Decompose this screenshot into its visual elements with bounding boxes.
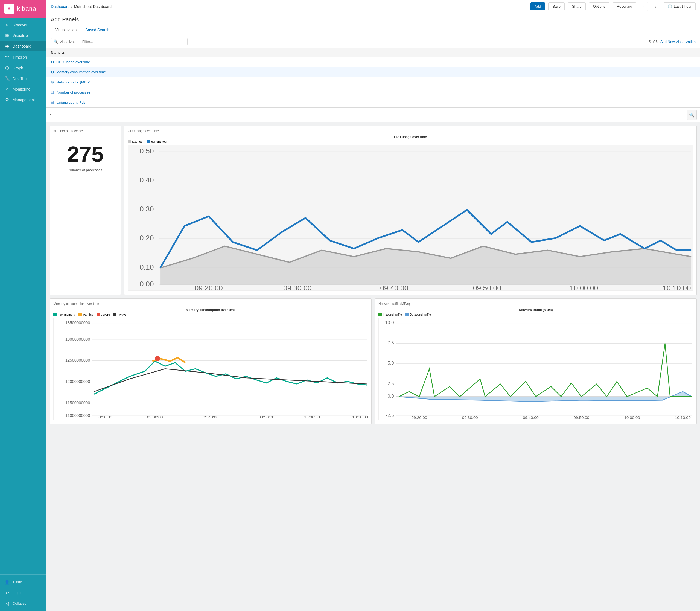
main-content: Dashboard / Metricbeat Dashboard Add Sav… <box>46 0 700 611</box>
svg-text:0.40: 0.40 <box>140 176 154 184</box>
svg-text:0.0: 0.0 <box>387 393 394 399</box>
memory-legend: max memory warning severe mvavg <box>53 313 368 316</box>
svg-text:09:20:00: 09:20:00 <box>96 415 112 419</box>
svg-point-30 <box>155 356 160 361</box>
network-legend-outbound: Outbound traffic <box>405 313 431 316</box>
svg-text:-2.5: -2.5 <box>386 413 394 418</box>
network-legend: Inbound traffic Outbound traffic <box>378 313 693 316</box>
cpu-legend-label-last: last hour <box>132 140 143 143</box>
cpu-chart-title: CPU usage over time <box>128 135 693 139</box>
svg-text:09:40:00: 09:40:00 <box>380 284 408 292</box>
discover-icon: ○ <box>4 23 10 27</box>
network-legend-inbound: Inbound traffic <box>378 313 402 316</box>
add-new-viz-link[interactable]: Add New Visualization <box>660 40 696 44</box>
breadcrumb-separator: / <box>71 4 73 9</box>
options-button[interactable]: Options <box>589 2 609 10</box>
sidebar-item-monitoring[interactable]: ○ Monitoring <box>0 84 46 94</box>
panel-title-cpu: CPU usage over time <box>128 129 693 133</box>
svg-text:13000000000: 13000000000 <box>65 337 90 341</box>
prev-button[interactable]: ‹ <box>640 2 648 11</box>
svg-text:11500000000: 11500000000 <box>65 401 90 405</box>
memory-legend-mvavg: mvavg <box>113 313 126 316</box>
sidebar-item-dashboard[interactable]: ◉ Dashboard <box>0 41 46 51</box>
viz-item-network[interactable]: ⊙ Network traffic (MB/s) <box>46 77 700 87</box>
breadcrumb: Dashboard / Metricbeat Dashboard <box>51 4 527 9</box>
viz-type-icon-pids: ▦ <box>51 100 55 104</box>
search-input[interactable] <box>50 113 685 117</box>
viz-search-input[interactable] <box>60 40 185 44</box>
sidebar-item-timelion[interactable]: 〜 Timelion <box>0 51 46 63</box>
panel-tabs: Visualization Saved Search <box>46 25 700 35</box>
svg-text:5.0: 5.0 <box>387 361 394 366</box>
sidebar-item-graph[interactable]: ⬡ Graph <box>0 63 46 73</box>
viz-type-icon-memory: ⊙ <box>51 70 54 74</box>
visualize-icon: ▦ <box>4 33 10 38</box>
svg-text:0.50: 0.50 <box>140 147 154 155</box>
cpu-legend-current-hour: current hour <box>147 140 167 143</box>
management-icon: ⚙ <box>4 97 10 102</box>
next-button[interactable]: › <box>652 2 660 11</box>
viz-filter-row: 🔍 5 of 5 Add New Visualization <box>46 35 700 48</box>
tab-visualization[interactable]: Visualization <box>51 25 81 35</box>
sidebar-label-monitoring: Monitoring <box>13 87 30 91</box>
svg-text:0.10: 0.10 <box>140 263 154 271</box>
svg-text:12500000000: 12500000000 <box>65 358 90 363</box>
breadcrumb-current: Metricbeat Dashboard <box>74 4 111 9</box>
sidebar-nav: ○ Discover ▦ Visualize ◉ Dashboard 〜 Tim… <box>0 17 46 575</box>
add-button[interactable]: Add <box>531 2 545 10</box>
memory-label-severe: severe <box>101 313 110 316</box>
memory-legend-severe: severe <box>96 313 110 316</box>
breadcrumb-dashboard-link[interactable]: Dashboard <box>51 4 70 9</box>
sidebar-item-devtools[interactable]: 🔧 Dev Tools <box>0 73 46 84</box>
svg-text:7.5: 7.5 <box>387 341 394 346</box>
svg-text:09:50:00: 09:50:00 <box>574 415 589 420</box>
viz-item-processes[interactable]: ▦ Number of processes <box>46 87 700 98</box>
dashboard-content: Number of processes 275 Number of proces… <box>46 122 700 611</box>
monitoring-icon: ○ <box>4 87 10 92</box>
share-button[interactable]: Share <box>568 2 586 10</box>
add-panels-section: Add Panels Visualization Saved Search 🔍 … <box>46 13 700 108</box>
reporting-button[interactable]: Reporting <box>613 2 636 10</box>
viz-label-processes: Number of processes <box>57 90 91 94</box>
panel-number-of-processes: Number of processes 275 Number of proces… <box>50 125 121 295</box>
svg-text:09:50:00: 09:50:00 <box>473 284 501 292</box>
viz-item-pids[interactable]: ▦ Unique count Pids <box>46 98 700 107</box>
sidebar-item-collapse[interactable]: ◁ Collapse <box>0 598 46 609</box>
sidebar-item-user[interactable]: 👤 elastic <box>0 577 46 587</box>
save-button[interactable]: Save <box>548 2 565 10</box>
svg-text:10:00:00: 10:00:00 <box>304 415 320 419</box>
add-panels-title: Add Panels <box>46 13 700 23</box>
viz-item-memory[interactable]: ⊙ Memory consumption over time <box>46 67 700 77</box>
network-color-outbound <box>405 313 409 316</box>
svg-text:09:20:00: 09:20:00 <box>194 284 223 292</box>
time-picker-button[interactable]: 🕐 Last 1 hour <box>664 2 696 10</box>
svg-text:0.30: 0.30 <box>140 205 154 213</box>
viz-label-memory: Memory consumption over time <box>56 70 106 74</box>
svg-text:10.0: 10.0 <box>385 320 394 325</box>
panel-title-processes: Number of processes <box>53 129 117 133</box>
svg-text:13500000000: 13500000000 <box>65 321 90 325</box>
sidebar-logo: K kibana <box>0 0 46 17</box>
sidebar-item-visualize[interactable]: ▦ Visualize <box>0 30 46 41</box>
time-label: Last 1 hour <box>674 4 691 9</box>
memory-color-warning <box>78 313 82 316</box>
logout-icon: ↩ <box>4 590 10 595</box>
svg-text:10:10:00: 10:10:00 <box>675 415 691 420</box>
svg-text:09:40:00: 09:40:00 <box>523 415 539 420</box>
sidebar-item-management[interactable]: ⚙ Management <box>0 94 46 105</box>
collapse-icon: ◁ <box>4 601 10 606</box>
devtools-icon: 🔧 <box>4 76 10 81</box>
search-execute-button[interactable]: 🔍 <box>687 110 697 120</box>
panel-cpu-usage: CPU usage over time CPU usage over time … <box>124 125 697 295</box>
tab-saved-search[interactable]: Saved Search <box>81 25 114 35</box>
svg-text:09:40:00: 09:40:00 <box>203 415 219 419</box>
viz-item-cpu[interactable]: ⊙ CPU usage over time <box>46 57 700 67</box>
svg-text:10:00:00: 10:00:00 <box>570 284 598 292</box>
sidebar-item-discover[interactable]: ○ Discover <box>0 20 46 30</box>
dashboard-row-1: Number of processes 275 Number of proces… <box>50 125 697 295</box>
sidebar-item-logout[interactable]: ↩ Logout <box>0 587 46 598</box>
svg-text:10:00:00: 10:00:00 <box>624 415 640 420</box>
processes-value: 275 <box>53 135 117 168</box>
sort-icon[interactable]: ▲ <box>62 50 65 55</box>
svg-text:09:50:00: 09:50:00 <box>259 415 275 419</box>
